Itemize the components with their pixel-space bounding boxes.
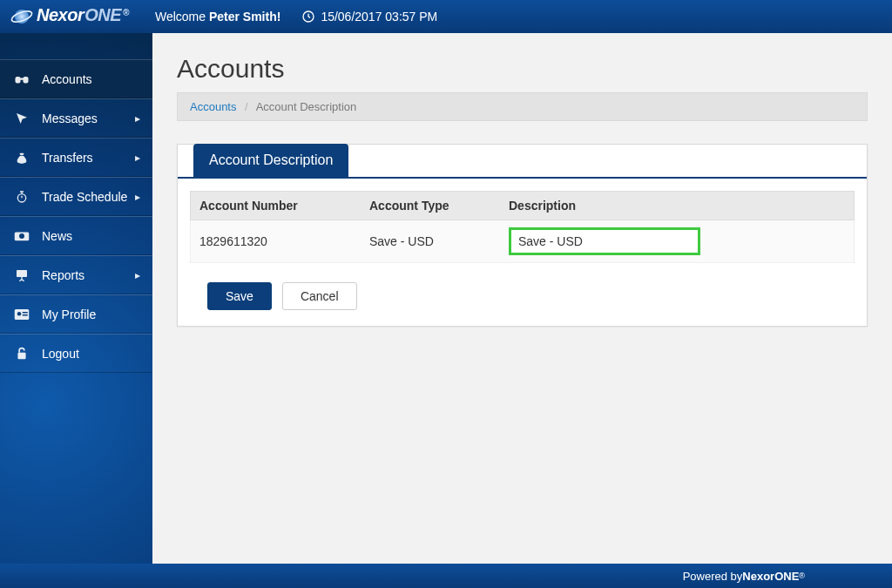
welcome-prefix: Welcome <box>155 10 209 24</box>
tab-account-description[interactable]: Account Description <box>193 144 348 177</box>
presentation-icon <box>12 268 31 282</box>
col-header-description: Description <box>500 192 854 220</box>
footer: Powered by NexorONE ® <box>0 564 892 588</box>
cell-description <box>500 220 854 262</box>
cell-account-number: 1829611320 <box>191 227 361 255</box>
cursor-icon <box>12 112 31 125</box>
nav-list: Accounts Messages ▸ Transfers ▸ <box>0 59 152 373</box>
chevron-right-icon: ▸ <box>135 269 140 281</box>
svg-point-6 <box>17 193 25 201</box>
welcome-text: Welcome Peter Smith! <box>155 10 280 24</box>
nav-accounts[interactable]: Accounts <box>0 59 152 98</box>
brand-reg: ® <box>123 8 129 17</box>
breadcrumb-sep: / <box>245 100 248 113</box>
breadcrumb-root[interactable]: Accounts <box>190 100 236 113</box>
camera-icon <box>12 230 31 242</box>
svg-point-11 <box>17 312 22 316</box>
money-bag-icon <box>12 151 31 165</box>
action-bar: Save Cancel <box>207 282 855 310</box>
nav-label: Logout <box>42 347 140 361</box>
svg-rect-9 <box>17 270 27 277</box>
chevron-right-icon: ▸ <box>135 112 140 125</box>
nav-label: Transfers <box>42 151 135 165</box>
cell-account-type: Save - USD <box>361 227 500 255</box>
nav-label: News <box>42 229 140 243</box>
nav-trade-schedule[interactable]: Trade Schedule ▸ <box>0 177 152 216</box>
col-header-account-type: Account Type <box>361 192 500 220</box>
svg-rect-3 <box>16 77 21 84</box>
svg-rect-13 <box>23 314 28 316</box>
header-datetime: 15/06/2017 03:57 PM <box>301 10 437 24</box>
svg-rect-5 <box>20 78 24 79</box>
svg-point-8 <box>19 233 24 239</box>
top-bar: Nexor ONE ® Welcome Peter Smith! 15/06/2… <box>0 0 892 33</box>
nav-label: Reports <box>42 268 135 282</box>
chevron-right-icon: ▸ <box>135 152 140 164</box>
footer-prefix: Powered by <box>683 570 743 583</box>
nav-news[interactable]: News <box>0 216 152 255</box>
main-area: Accounts Messages ▸ Transfers ▸ <box>0 33 892 564</box>
nav-label: My Profile <box>42 308 140 321</box>
id-card-icon <box>12 308 31 321</box>
brand-name-1: Nexor <box>37 5 84 25</box>
page-title: Accounts <box>177 54 868 84</box>
account-description-panel: Account Description Account Number Accou… <box>177 144 868 327</box>
brand-logo[interactable]: Nexor ONE ® <box>10 5 129 28</box>
welcome-user: Peter Smith! <box>209 10 280 24</box>
accounts-grid: Account Number Account Type Description … <box>190 191 855 263</box>
cancel-button[interactable]: Cancel <box>282 282 357 310</box>
footer-brand: NexorONE <box>742 570 799 583</box>
nav-messages[interactable]: Messages ▸ <box>0 98 152 138</box>
col-header-account-number: Account Number <box>191 192 361 220</box>
nav-label: Messages <box>42 112 135 125</box>
nav-my-profile[interactable]: My Profile <box>0 294 152 334</box>
breadcrumb-leaf: Account Description <box>256 100 357 113</box>
footer-reg: ® <box>799 571 805 580</box>
swirl-icon <box>10 5 33 28</box>
nav-transfers[interactable]: Transfers ▸ <box>0 138 152 177</box>
table-row: 1829611320 Save - USD <box>190 220 855 263</box>
breadcrumb: Accounts / Account Description <box>177 92 868 121</box>
nav-label: Trade Schedule <box>42 190 135 204</box>
datetime-text: 15/06/2017 03:57 PM <box>321 10 437 24</box>
nav-reports[interactable]: Reports ▸ <box>0 255 152 294</box>
tabstrip: Account Description <box>178 145 867 179</box>
chevron-right-icon: ▸ <box>135 191 140 203</box>
svg-rect-12 <box>23 312 28 314</box>
binoculars-icon <box>12 71 31 87</box>
content-area: Accounts Accounts / Account Description … <box>152 33 892 564</box>
description-input[interactable] <box>509 227 700 255</box>
nav-label: Accounts <box>42 72 140 86</box>
grid-header: Account Number Account Type Description <box>190 191 855 220</box>
nav-logout[interactable]: Logout <box>0 334 152 373</box>
lock-icon <box>12 347 31 361</box>
clock-icon <box>301 10 315 24</box>
brand-name-2: ONE <box>84 5 121 25</box>
stopwatch-icon <box>12 190 31 204</box>
svg-rect-14 <box>17 352 25 358</box>
save-button[interactable]: Save <box>207 282 272 310</box>
sidebar: Accounts Messages ▸ Transfers ▸ <box>0 33 152 564</box>
svg-rect-4 <box>24 77 29 84</box>
